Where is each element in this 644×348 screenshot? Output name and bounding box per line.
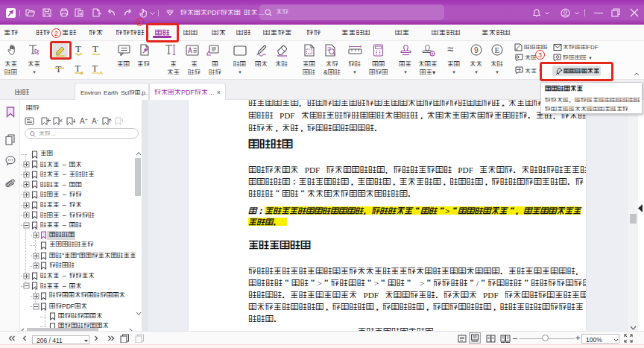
svg-text:E: E bbox=[495, 45, 500, 54]
svg-text:T: T bbox=[75, 44, 81, 54]
svg-text:T: T bbox=[92, 63, 98, 74]
svg-text:9: 9 bbox=[474, 46, 479, 54]
svg-text:T: T bbox=[56, 63, 62, 75]
svg-text:T: T bbox=[92, 44, 98, 54]
svg-text:a: a bbox=[80, 69, 83, 75]
